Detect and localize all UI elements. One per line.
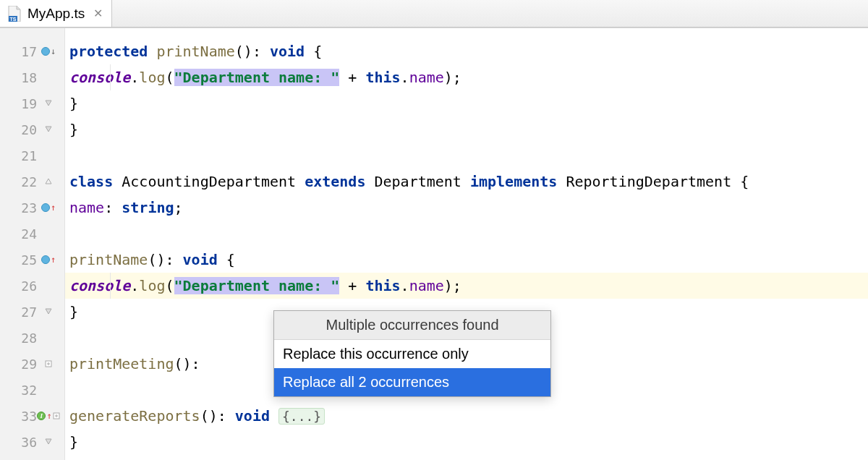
punct: ; xyxy=(174,199,183,216)
code-line[interactable] xyxy=(65,221,868,247)
fold-close-icon[interactable] xyxy=(45,100,52,107)
keyword: void xyxy=(270,43,305,60)
line-number: 17 xyxy=(12,44,37,59)
fold-open-icon[interactable] xyxy=(45,178,52,185)
gutter-row[interactable]: 29 xyxy=(0,351,64,377)
punct: } xyxy=(69,303,78,320)
code-line[interactable]: console.log("Department name: " + this.n… xyxy=(65,64,868,90)
overrides-icon[interactable] xyxy=(41,203,50,212)
code-line[interactable]: generateReports(): void {...} xyxy=(65,403,868,429)
type-ref: ReportingDepartment { xyxy=(557,173,749,190)
typescript-file-icon: TS xyxy=(7,6,22,22)
punct: (): xyxy=(200,407,235,425)
property: name xyxy=(69,199,104,216)
line-number: 19 xyxy=(12,96,37,111)
gutter: 17↓ 18 19 20 21 22 23↑ 24 25↑ 26 27 28 2… xyxy=(0,28,65,460)
gutter-row[interactable]: 36 xyxy=(0,429,64,455)
punct: ); xyxy=(444,277,461,294)
method-name: printName xyxy=(69,251,148,268)
arrow-up-icon: ↑ xyxy=(51,255,56,264)
line-number: 26 xyxy=(12,278,37,294)
method-call: log xyxy=(139,277,165,294)
keyword: class xyxy=(69,173,113,190)
punct: . xyxy=(401,277,409,294)
punct: (): xyxy=(148,251,182,268)
line-number: 36 xyxy=(12,435,37,450)
keyword: extends xyxy=(305,173,365,190)
line-number: 32 xyxy=(12,383,37,398)
method-name: printName xyxy=(148,43,234,60)
identifier: console xyxy=(69,277,130,294)
code-line[interactable]: } xyxy=(65,90,868,116)
gutter-row[interactable]: 21 xyxy=(0,142,64,169)
popup-title: Multiple occurrences found xyxy=(274,311,550,340)
code-line[interactable]: name: string; xyxy=(65,195,868,221)
gutter-row[interactable]: 28 xyxy=(0,325,64,351)
fold-expand-icon[interactable] xyxy=(53,412,60,419)
gutter-row[interactable]: 22 xyxy=(0,169,64,195)
code-line[interactable]: class AccountingDepartment extends Depar… xyxy=(65,169,868,195)
gutter-row[interactable]: 23↑ xyxy=(0,195,64,221)
punct: . xyxy=(401,69,409,86)
gutter-row[interactable]: 20 xyxy=(0,116,64,142)
overrides-icon[interactable] xyxy=(41,255,50,264)
popup-option-replace-this[interactable]: Replace this occurrence only xyxy=(274,340,550,368)
punct: ); xyxy=(444,69,461,86)
code-line[interactable]: } xyxy=(65,116,868,142)
arrow-up-icon: ↑ xyxy=(51,203,56,212)
keyword: string xyxy=(122,199,174,216)
gutter-row[interactable]: 33I↑ xyxy=(0,403,64,429)
punct: : xyxy=(104,199,122,216)
gutter-row[interactable]: 19 xyxy=(0,90,64,116)
punct: (): xyxy=(174,355,209,372)
code-line[interactable]: protected printName(): void { xyxy=(65,38,868,64)
gutter-row[interactable]: 18 xyxy=(0,64,64,90)
space xyxy=(270,407,278,425)
line-number: 24 xyxy=(12,226,37,242)
keyword: void xyxy=(183,251,218,268)
line-number: 21 xyxy=(12,148,37,163)
fold-close-icon[interactable] xyxy=(45,438,52,446)
fold-close-icon[interactable] xyxy=(45,126,52,133)
close-icon[interactable]: ✕ xyxy=(93,7,103,20)
type-ref: Department xyxy=(365,173,470,190)
gutter-row[interactable]: 24 xyxy=(0,221,64,247)
identifier: console xyxy=(69,69,130,86)
keyword: implements xyxy=(470,173,557,190)
gutter-row[interactable]: 26 xyxy=(0,273,64,299)
gutter-row[interactable]: 25↑ xyxy=(0,247,64,273)
code-line[interactable]: } xyxy=(65,429,868,455)
gutter-row[interactable]: 32 xyxy=(0,377,64,403)
space xyxy=(113,173,122,190)
folded-region[interactable]: {...} xyxy=(278,408,325,425)
line-number: 20 xyxy=(12,122,37,137)
punct: } xyxy=(69,121,78,138)
arrow-down-icon: ↓ xyxy=(51,47,56,56)
punct: . xyxy=(130,277,139,294)
punct: } xyxy=(69,95,78,112)
punct: ( xyxy=(165,277,174,294)
overrides-icon[interactable] xyxy=(41,47,50,56)
file-tab-label: MyApp.ts xyxy=(27,6,85,22)
code-line[interactable] xyxy=(65,142,868,169)
code-line-current[interactable]: console.log("Department name: " + this.n… xyxy=(65,273,868,299)
class-name: AccountingDepartment xyxy=(122,173,305,190)
fold-expand-icon[interactable] xyxy=(45,360,52,367)
gutter-row[interactable]: 17↓ xyxy=(0,38,64,64)
gutter-row[interactable]: 27 xyxy=(0,299,64,325)
keyword: protected xyxy=(69,43,148,60)
line-number: 22 xyxy=(12,174,37,189)
file-tab[interactable]: TS MyApp.ts ✕ xyxy=(0,0,112,27)
code-line[interactable]: printName(): void { xyxy=(65,247,868,273)
line-number: 29 xyxy=(12,357,37,372)
method-name: generateReports xyxy=(69,407,200,425)
keyword: this xyxy=(365,277,400,294)
punct: + xyxy=(339,277,365,294)
keyword: this xyxy=(365,69,400,86)
punct: { xyxy=(218,251,235,268)
popup-option-replace-all[interactable]: Replace all 2 occurrences xyxy=(274,368,550,396)
fold-close-icon[interactable] xyxy=(45,308,52,315)
string-highlight: "Department name: " xyxy=(174,69,340,86)
implements-icon[interactable]: I xyxy=(37,412,46,420)
keyword: void xyxy=(235,407,270,425)
